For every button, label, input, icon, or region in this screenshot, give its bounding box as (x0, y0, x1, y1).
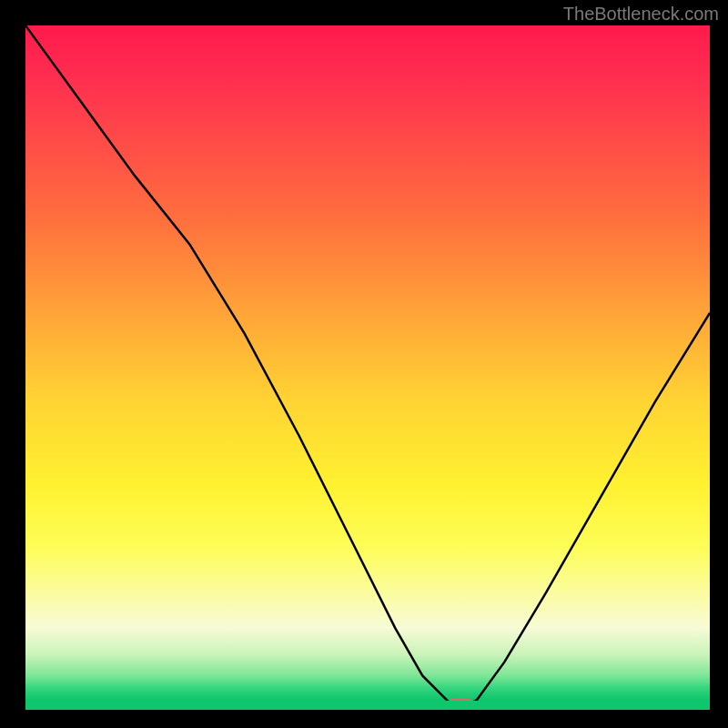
watermark-text: TheBottleneck.com (563, 4, 719, 25)
bottleneck-curve (25, 25, 710, 710)
chart-plot-area (25, 25, 710, 710)
chart-baseline-strip (25, 701, 710, 710)
